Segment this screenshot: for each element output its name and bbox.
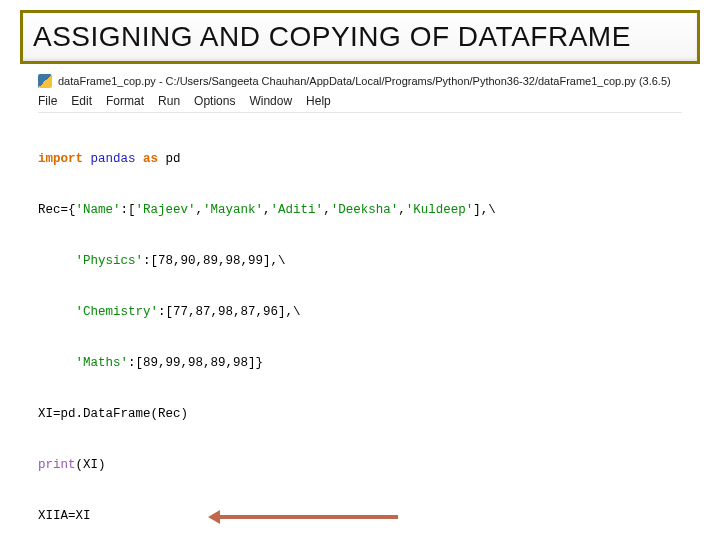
code-line: XIIA=XI [38,508,682,525]
code-line: XI=pd.DataFrame(Rec) [38,406,682,423]
slide-title: ASSIGNING AND COPYING OF DATAFRAME [33,21,631,53]
code-line: 'Physics':[78,90,89,98,99],\ [38,253,682,270]
arrow-icon [218,515,398,519]
menu-help[interactable]: Help [306,94,331,108]
menu-run[interactable]: Run [158,94,180,108]
code-line: 'Maths':[89,99,98,89,98]} [38,355,682,372]
menu-edit[interactable]: Edit [71,94,92,108]
code-line: 'Chemistry':[77,87,98,87,96],\ [38,304,682,321]
code-editor[interactable]: import pandas as pd Rec={'Name':['Rajeev… [38,113,682,540]
menu-format[interactable]: Format [106,94,144,108]
code-line: Rec={'Name':['Rajeev','Mayank','Aditi','… [38,202,682,219]
menu-window[interactable]: Window [249,94,292,108]
menu-options[interactable]: Options [194,94,235,108]
idle-window: dataFrame1_cop.py - C:/Users/Sangeeta Ch… [38,72,682,520]
code-line: import pandas as pd [38,151,682,168]
slide-title-banner: ASSIGNING AND COPYING OF DATAFRAME [20,10,700,64]
menu-bar: File Edit Format Run Options Window Help [38,92,682,113]
window-title: dataFrame1_cop.py - C:/Users/Sangeeta Ch… [58,75,671,87]
code-line: print(XI) [38,457,682,474]
window-titlebar: dataFrame1_cop.py - C:/Users/Sangeeta Ch… [38,72,682,92]
python-idle-icon [38,74,52,88]
menu-file[interactable]: File [38,94,57,108]
